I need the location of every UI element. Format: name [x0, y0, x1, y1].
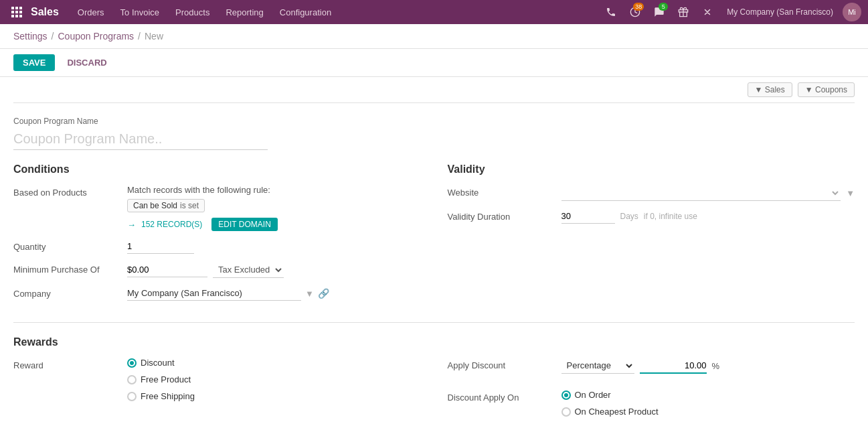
chat-icon[interactable]: 5 [649, 0, 669, 24]
quantity-content [127, 239, 421, 254]
clock-icon[interactable]: 38 [625, 0, 645, 24]
conditions-title: Conditions [13, 163, 421, 175]
records-count[interactable]: 152 RECORD(S) [141, 220, 202, 229]
rewards-title: Rewards [13, 336, 855, 348]
apps-icon[interactable] [7, 0, 27, 24]
validity-note: if 0, infinite use [644, 212, 697, 221]
discard-button[interactable]: DISCARD [60, 54, 113, 71]
svg-rect-4 [15, 11, 18, 13]
edit-domain-button[interactable]: EDIT DOMAIN [211, 218, 277, 231]
action-bar: SAVE DISCARD [0, 49, 868, 77]
nav-products[interactable]: Products [167, 0, 218, 24]
on-cheapest-product-label: On Cheapest Product [575, 407, 659, 417]
clock-badge: 38 [633, 3, 644, 11]
svg-rect-2 [19, 7, 22, 9]
discount-radio-label: Discount [141, 358, 175, 368]
on-order-radio-dot [564, 393, 568, 397]
filter-bar: ▼ Sales ▼ Coupons [13, 77, 855, 103]
two-column-layout: Conditions Based on Products Match recor… [13, 163, 855, 309]
company-label: Company [13, 286, 120, 299]
quantity-label: Quantity [13, 239, 120, 252]
validity-duration-input[interactable] [561, 209, 615, 224]
validity-duration-label: Validity Duration [448, 209, 555, 222]
breadcrumb: Settings / Coupon Programs / New [0, 24, 868, 49]
reward-free-shipping-option[interactable]: Free Shipping [127, 391, 195, 401]
company-selector[interactable]: My Company (San Francisco) [721, 7, 839, 17]
quantity-row: Quantity [13, 239, 421, 254]
discount-radio-dot [130, 361, 134, 365]
validity-duration-content: Days if 0, infinite use [561, 209, 855, 224]
website-row: Website ▼ [448, 185, 855, 201]
top-navigation: Sales Orders To Invoice Products Reporti… [0, 0, 868, 24]
form-section: Coupon Program Name Conditions Based on … [13, 110, 855, 426]
on-cheapest-product-option[interactable]: On Cheapest Product [561, 407, 855, 417]
validity-title: Validity [448, 163, 855, 175]
program-name-label: Coupon Program Name [13, 117, 855, 126]
on-order-label: On Order [575, 390, 611, 400]
reward-label: Reward [13, 358, 120, 425]
nav-menu: Orders To Invoice Products Reporting Con… [70, 0, 339, 24]
nav-configuration[interactable]: Configuration [272, 0, 339, 24]
tax-select[interactable]: Tax Excluded Tax Included [213, 262, 284, 278]
website-content: ▼ [561, 185, 855, 201]
breadcrumb-settings[interactable]: Settings [13, 31, 48, 42]
match-rule-text: Match records with the following rule: [127, 185, 421, 195]
min-purchase-content: Tax Excluded Tax Included [127, 262, 421, 278]
nav-orders[interactable]: Orders [70, 0, 112, 24]
breadcrumb-new: New [145, 31, 163, 42]
apply-discount-content: Percentage Fixed Amount % [561, 358, 855, 382]
discount-type-select[interactable]: Percentage Fixed Amount [561, 358, 634, 374]
discount-apply-on-label: Discount Apply On [448, 390, 555, 403]
discount-apply-on-group: On Order On Cheapest Product [561, 390, 855, 417]
based-on-products-row: Based on Products Match records with the… [13, 185, 421, 231]
svg-rect-7 [15, 15, 18, 17]
validity-days: Days [620, 212, 638, 221]
reward-free-product-option[interactable]: Free Product [127, 374, 195, 384]
rewards-section: Rewards Reward Discount [13, 322, 855, 425]
company-input[interactable] [127, 286, 301, 301]
can-be-sold-tag: Can be Sold is set [127, 199, 205, 212]
apply-discount-label: Apply Discount [448, 358, 555, 370]
based-on-products-content: Match records with the following rule: C… [127, 185, 421, 231]
svg-rect-6 [11, 15, 14, 17]
svg-rect-1 [15, 7, 18, 9]
svg-rect-8 [19, 15, 22, 17]
user-avatar[interactable]: Mi [843, 3, 861, 21]
min-purchase-label: Minimum Purchase Of [13, 262, 120, 275]
sales-filter-btn[interactable]: ▼ Sales [748, 82, 792, 97]
website-label: Website [448, 185, 555, 198]
website-select[interactable] [561, 185, 841, 201]
company-content: ▼ 🔗 [127, 286, 421, 301]
gift-icon[interactable] [673, 0, 693, 24]
apply-discount-row: Apply Discount Percentage Fixed Amount % [448, 358, 855, 382]
discount-apply-on-content: On Order On Cheapest Product [561, 390, 855, 417]
validity-section: Validity Website ▼ Validity Duration [448, 163, 855, 309]
conditions-section: Conditions Based on Products Match recor… [13, 163, 421, 309]
phone-icon[interactable] [601, 0, 621, 24]
quantity-input[interactable] [127, 239, 194, 254]
program-name-input[interactable] [13, 129, 268, 150]
breadcrumb-coupon-programs[interactable]: Coupon Programs [58, 31, 134, 42]
nav-reporting[interactable]: Reporting [218, 0, 271, 24]
free-product-radio-label: Free Product [141, 374, 191, 384]
save-button[interactable]: SAVE [13, 54, 55, 71]
can-be-sold-label: Can be Sold [133, 201, 177, 210]
free-product-radio-circle [127, 375, 137, 384]
company-dropdown-icon[interactable]: ▼ [305, 289, 314, 299]
discount-value-input[interactable] [640, 358, 707, 374]
nav-brand[interactable]: Sales [27, 6, 70, 18]
is-set-label: is set [180, 201, 199, 210]
close-icon[interactable] [697, 0, 717, 24]
reward-discount-option[interactable]: Discount [127, 358, 195, 368]
coupons-filter-btn[interactable]: ▼ Coupons [798, 82, 855, 97]
company-external-link-icon[interactable]: 🔗 [318, 288, 329, 299]
validity-duration-row: Validity Duration Days if 0, infinite us… [448, 209, 855, 224]
min-purchase-input[interactable] [127, 263, 207, 277]
svg-rect-5 [19, 11, 22, 13]
chat-badge: 5 [659, 3, 668, 11]
reward-left: Reward Discount Free Product [13, 358, 421, 425]
based-on-products-label: Based on Products [13, 185, 120, 198]
on-order-option[interactable]: On Order [561, 390, 855, 400]
reward-radio-group: Discount Free Product Free Shipping [127, 358, 195, 425]
nav-to-invoice[interactable]: To Invoice [112, 0, 168, 24]
